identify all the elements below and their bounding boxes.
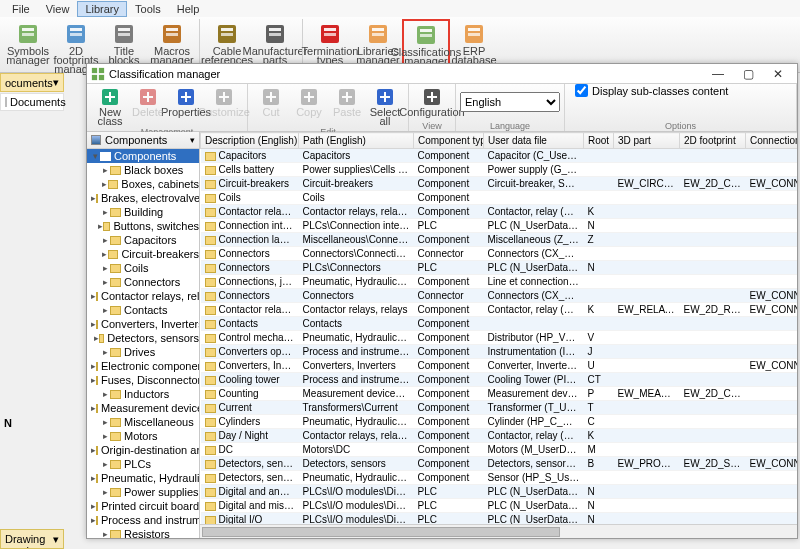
column-header[interactable]: User data file [484,133,584,149]
table-row[interactable]: ContactsContactsComponent [201,317,798,331]
tree-node[interactable]: ▸Origin-destination arrows [87,443,199,457]
table-row[interactable]: CoilsCoilsComponent [201,191,798,205]
language-select[interactable]: English [460,92,560,112]
expand-icon[interactable]: ▸ [100,179,108,189]
tree-node[interactable]: ▸Miscellaneous [87,415,199,429]
expand-icon[interactable]: ▸ [101,207,110,217]
table-row[interactable]: CapacitorsCapacitorsComponentCapacitor (… [201,149,798,163]
expand-icon[interactable]: ▸ [101,277,110,287]
tree-node[interactable]: ▸Power supplies [87,485,199,499]
documents-item[interactable]: Documents [0,93,64,111]
column-header[interactable]: 2D footprint [680,133,746,149]
table-row[interactable]: Contactor relays, relaysContactor relays… [201,303,798,317]
expand-icon[interactable]: ▸ [101,529,110,538]
tree-node[interactable]: ▸Brakes, electrovalves [87,191,199,205]
configuration-button[interactable]: Configuration [413,86,451,118]
table-row[interactable]: Cells batteryPower supplies\Cells batter… [201,163,798,177]
tree-node[interactable]: ▸Motors [87,429,199,443]
tree-node[interactable]: ▸Electronic component [87,359,199,373]
expand-icon[interactable]: ▸ [101,263,110,273]
tree-node[interactable]: ▾Components [87,149,199,163]
new-class-button[interactable]: Newclass [91,86,129,127]
table-row[interactable]: CylindersPneumatic, Hydraulic\CylindersC… [201,415,798,429]
tree-node[interactable]: ▸Black boxes [87,163,199,177]
tree-node[interactable]: ▸Circuit-breakers [87,247,199,261]
classifications-manager[interactable]: Classificationsmanager [402,19,450,68]
menu-help[interactable]: Help [169,1,208,17]
cm-titlebar[interactable]: Classification manager — ▢ ✕ [87,64,797,84]
menu-library[interactable]: Library [77,1,127,17]
tree-node[interactable]: ▸Resistors [87,527,199,538]
expand-icon[interactable]: ▸ [101,235,110,245]
close-button[interactable]: ✕ [763,65,793,83]
chevron-down-icon[interactable]: ▾ [190,135,195,145]
tree-node[interactable]: ▸Fuses, Disconnectors [87,373,199,387]
table-row[interactable]: Connections, jointsPneumatic, Hydraulic\… [201,275,798,289]
table-row[interactable]: Connection interfacesPLCs\Connection int… [201,219,798,233]
expand-icon[interactable]: ▸ [100,249,108,259]
column-header[interactable]: Component type [414,133,484,149]
minimize-button[interactable]: — [703,65,733,83]
cm-tree-header[interactable]: Components ▾ [87,132,199,149]
display-sub-classes-checkbox[interactable]: Display sub-classes content [575,84,728,97]
chevron-down-icon[interactable]: ▾ [53,76,59,89]
column-header[interactable]: Description (English) [201,133,299,149]
tree-node[interactable]: ▸Inductors [87,387,199,401]
expand-icon[interactable]: ▾ [91,151,100,161]
expand-icon[interactable]: ▸ [101,459,110,469]
tree-node[interactable]: ▸Process and instrumentation [87,513,199,527]
table-row[interactable]: ConnectorsConnectorsConnectorConnectors … [201,289,798,303]
expand-icon[interactable]: ▸ [101,431,110,441]
table-row[interactable]: Control mechanismsPneumatic, Hydraulic\D… [201,331,798,345]
chevron-down-icon[interactable]: ▾ [53,533,59,545]
tree-node[interactable]: ▸Buttons, switches [87,219,199,233]
table-row[interactable]: Day / NightContactor relays, relays\Powe… [201,429,798,443]
expand-icon[interactable]: ▸ [101,487,110,497]
display-sub-classes-input[interactable] [575,84,588,97]
macros-manager[interactable]: Macrosmanager [148,19,196,66]
table-row[interactable]: Cooling towerProcess and instrumentation… [201,373,798,387]
table-row[interactable]: DCMotors\DCComponentMotors (M_UserDataDe… [201,443,798,457]
table-row[interactable]: Detectors, sensorsPneumatic, Hydraulic\D… [201,471,798,485]
table-row[interactable]: CountingMeasurement devices\CountingComp… [201,387,798,401]
table-row[interactable]: ConnectorsPLCs\ConnectorsPLCPLC (N_UserD… [201,261,798,275]
scrollbar-thumb[interactable] [202,527,560,537]
symbols-manager[interactable]: Symbolsmanager [4,19,52,66]
expand-icon[interactable]: ▸ [101,347,110,357]
tree-node[interactable]: ▸Pneumatic, Hydraulic [87,471,199,485]
table-row[interactable]: Contactor relays, relaysContactor relays… [201,205,798,219]
table-row[interactable]: ConnectorsConnectors\Connection labelsCo… [201,247,798,261]
tree-node[interactable]: ▸Building [87,205,199,219]
table-row[interactable]: Circuit-breakersCircuit-breakersComponen… [201,177,798,191]
menu-file[interactable]: File [4,1,38,17]
tree-node[interactable]: ▸Coils [87,261,199,275]
tree-node[interactable]: ▸Converters, Inverters [87,317,199,331]
column-header[interactable]: Root [584,133,614,149]
table-row[interactable]: Digital and analog I/OPLCs\I/O modules\D… [201,485,798,499]
expand-icon[interactable]: ▸ [101,389,110,399]
column-header[interactable]: Path (English) [299,133,414,149]
expand-icon[interactable]: ▸ [101,417,110,427]
tree-node[interactable]: ▸Printed circuit board [87,499,199,513]
column-header[interactable]: 3D part [614,133,680,149]
maximize-button[interactable]: ▢ [733,65,763,83]
tree-node[interactable]: ▸Contacts [87,303,199,317]
tree-node[interactable]: ▸Contactor relays, relays [87,289,199,303]
tree-node[interactable]: ▸Connectors [87,275,199,289]
menu-view[interactable]: View [38,1,78,17]
tree-node[interactable]: ▸Measurement devices [87,401,199,415]
table-row[interactable]: Converters, InvertersConverters, Inverte… [201,359,798,373]
table-row[interactable]: Digital I/OPLCs\I/O modules\Digital I/OP… [201,513,798,525]
tree-node[interactable]: ▸Boxes, cabinets [87,177,199,191]
table-row[interactable]: CurrentTransformers\CurrentComponentTran… [201,401,798,415]
horizontal-scrollbar[interactable] [200,524,797,538]
libraries-manager[interactable]: Librariesmanager [354,19,402,66]
column-header[interactable]: Connection label [746,133,798,149]
tree-node[interactable]: ▸Drives [87,345,199,359]
table-row[interactable]: Connection labelsMiscellaneous\Connectio… [201,233,798,247]
table-row[interactable]: Digital and misc. inputsPLCs\I/O modules… [201,499,798,513]
table-row[interactable]: Detectors, sensorsDetectors, sensorsComp… [201,457,798,471]
expand-icon[interactable]: ▸ [101,305,110,315]
tree-node[interactable]: ▸PLCs [87,457,199,471]
tree-node[interactable]: ▸Detectors, sensors [87,331,199,345]
